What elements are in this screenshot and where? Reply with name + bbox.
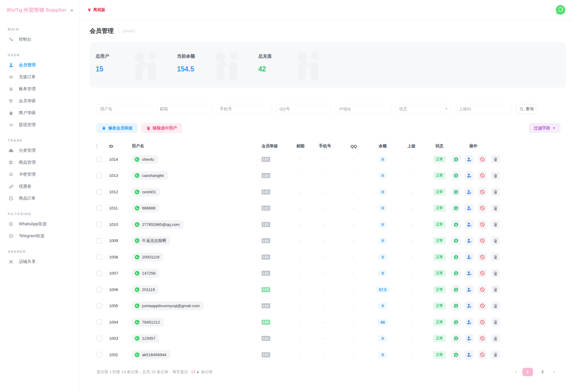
delete-user-button[interactable]: [491, 171, 500, 180]
row-checkbox[interactable]: [97, 222, 102, 227]
remove-selected-button[interactable]: 移除选中用户: [141, 123, 182, 133]
ban-user-button[interactable]: [478, 155, 487, 164]
user-avatar[interactable]: [555, 5, 566, 15]
recharge-button[interactable]: $: [451, 285, 460, 294]
username-badge[interactable]: 20001119: [132, 253, 163, 261]
select-all-checkbox[interactable]: [97, 144, 97, 149]
sidebar-item-member-management[interactable]: 会员管理: [0, 59, 79, 71]
recharge-button[interactable]: $: [451, 236, 460, 245]
row-checkbox[interactable]: [97, 352, 102, 357]
username-badge[interactable]: 147258: [132, 269, 159, 278]
username-badge[interactable]: caoshangfei: [132, 171, 168, 180]
edit-user-button[interactable]: [465, 204, 474, 213]
row-checkbox[interactable]: [97, 157, 102, 162]
sidebar-item-telegram-filter[interactable]: Telegram筛选: [0, 230, 79, 242]
next-page-button[interactable]: ›: [552, 369, 556, 375]
row-checkbox[interactable]: [97, 254, 102, 260]
ban-user-button[interactable]: [478, 285, 487, 294]
phone-input[interactable]: [216, 104, 272, 114]
sidebar-item-bill-management[interactable]: 账单管理: [0, 83, 79, 95]
recharge-button[interactable]: $: [451, 334, 460, 343]
row-checkbox[interactable]: [97, 189, 102, 195]
ban-user-button[interactable]: [478, 187, 487, 196]
delete-user-button[interactable]: [491, 204, 500, 213]
page-button-1[interactable]: 1: [522, 368, 533, 376]
delete-user-button[interactable]: [491, 334, 500, 343]
username-badge[interactable]: jumiaapplinuxmysql@gmail.com: [132, 301, 204, 310]
recharge-button[interactable]: $: [451, 318, 460, 327]
sidebar-item-goods-orders[interactable]: 商品订单: [0, 192, 79, 204]
ban-user-button[interactable]: [478, 301, 487, 310]
delete-user-button[interactable]: [491, 220, 500, 229]
recharge-button[interactable]: $: [451, 301, 460, 310]
username-badge[interactable]: 78451212: [132, 318, 164, 327]
ban-user-button[interactable]: [478, 350, 487, 359]
edit-user-button[interactable]: [465, 350, 474, 359]
ban-user-button[interactable]: [478, 204, 487, 213]
qq-input[interactable]: [276, 104, 332, 114]
edit-user-button[interactable]: [465, 252, 474, 261]
recharge-button[interactable]: $: [451, 204, 460, 213]
edit-user-button[interactable]: [465, 236, 474, 245]
delete-user-button[interactable]: [491, 187, 500, 196]
recharge-button[interactable]: $: [451, 171, 460, 180]
delete-user-button[interactable]: [491, 350, 500, 359]
username-badge[interactable]: 201119: [132, 285, 159, 294]
sidebar-item-goods-management[interactable]: 商品管理: [0, 157, 79, 169]
sidebar-item-cardkey-management[interactable]: 卡密管理: [0, 169, 79, 180]
edit-user-button[interactable]: [465, 285, 474, 294]
username-badge[interactable]: ak516458944: [132, 350, 170, 359]
row-checkbox[interactable]: [97, 173, 102, 178]
recharge-button[interactable]: $: [451, 220, 460, 229]
edit-user-button[interactable]: [465, 171, 474, 180]
page-button-2[interactable]: 2: [537, 368, 548, 376]
ban-user-button[interactable]: [478, 252, 487, 261]
recharge-button[interactable]: $: [451, 252, 460, 261]
edit-user-button[interactable]: [465, 301, 474, 310]
edit-user-button[interactable]: [465, 318, 474, 327]
sidebar-item-dashboard[interactable]: 控制台: [0, 33, 79, 45]
row-checkbox[interactable]: [97, 287, 102, 292]
username-badge[interactable]: 277652865@qq.com: [132, 220, 184, 229]
row-checkbox[interactable]: [97, 238, 102, 244]
recharge-button[interactable]: $: [451, 155, 460, 164]
delete-user-button[interactable]: [491, 318, 500, 327]
sidebar-item-category-management[interactable]: 分类管理: [0, 145, 79, 157]
prev-page-button[interactable]: ‹: [514, 369, 518, 375]
row-checkbox[interactable]: [97, 319, 102, 325]
sidebar-item-member-levels[interactable]: 会员等级: [0, 95, 79, 107]
email-input[interactable]: [156, 104, 212, 114]
username-badge[interactable]: shenfu: [132, 155, 158, 164]
sidebar-item-coupons[interactable]: 优惠卷: [0, 180, 79, 192]
edit-user-button[interactable]: [465, 187, 474, 196]
edit-user-button[interactable]: [465, 269, 474, 278]
username-badge[interactable]: 666888: [132, 204, 159, 212]
status-select[interactable]: 状态▼: [396, 104, 451, 114]
recharge-button[interactable]: $: [451, 350, 460, 359]
username-badge[interactable]: 牛逼克拉斯啊: [132, 236, 170, 245]
sidebar-item-shop-share[interactable]: 店铺共享: [0, 256, 79, 268]
ban-user-button[interactable]: [478, 236, 487, 245]
delete-user-button[interactable]: [491, 155, 500, 164]
filter-fields-button[interactable]: 过滤字段 ▼: [529, 123, 561, 133]
ban-user-button[interactable]: [478, 318, 487, 327]
recharge-button[interactable]: $: [451, 269, 460, 278]
sidebar-item-recharge-orders[interactable]: 充值订单: [0, 71, 79, 83]
username-badge[interactable]: ceshi01: [132, 188, 160, 196]
per-page-select[interactable]: 13: [191, 370, 195, 374]
delete-user-button[interactable]: [491, 236, 500, 245]
username-input[interactable]: [97, 104, 152, 114]
row-checkbox[interactable]: [97, 336, 102, 341]
delete-user-button[interactable]: [491, 285, 500, 294]
change-level-button[interactable]: 修改会员等级: [97, 123, 138, 133]
sidebar-item-merchant-levels[interactable]: 商户等级: [0, 107, 79, 119]
parent-id-input[interactable]: [455, 104, 511, 114]
ban-user-button[interactable]: [478, 334, 487, 343]
sidebar-collapse-icon[interactable]: «: [71, 7, 73, 13]
ban-user-button[interactable]: [478, 269, 487, 278]
sidebar-item-whatsapp-filter[interactable]: WhatsApp筛选: [0, 218, 79, 230]
row-checkbox[interactable]: [97, 303, 102, 309]
recharge-button[interactable]: $: [451, 187, 460, 196]
ip-input[interactable]: [336, 104, 392, 114]
search-button[interactable]: 查询: [515, 104, 538, 114]
